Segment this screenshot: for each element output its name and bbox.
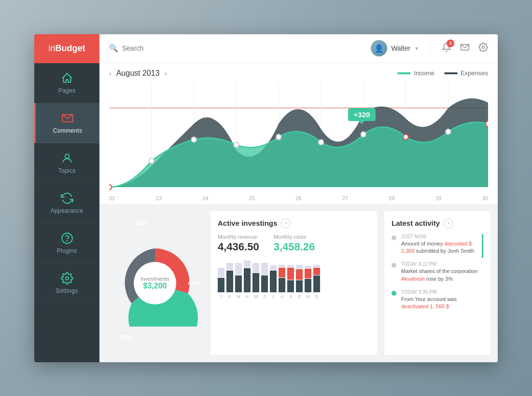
app-logo[interactable]: inBudget: [34, 34, 99, 63]
bar-J2: J: [261, 263, 268, 299]
app-container: inBudget Pages Comments: [34, 34, 498, 362]
bar-J: J: [218, 268, 224, 299]
xaxis-label: 27: [342, 195, 348, 201]
xaxis-label: 29: [435, 195, 441, 201]
activity-dot-2: [392, 263, 396, 268]
main-area: 🔍 👤 Walter ▼ 3: [99, 34, 498, 362]
pie-section: Investments $3,200 20% 46% 34%: [107, 211, 203, 355]
logo-in: in: [48, 43, 55, 54]
svg-point-17: [149, 158, 154, 163]
bar-M1: M: [235, 263, 242, 299]
bar-N: N: [305, 266, 311, 299]
sidebar: inBudget Pages Comments: [34, 34, 99, 362]
activity-highlight-1: deposited $ 2,300: [401, 241, 472, 254]
activity-content-1: JUST NOW Amount of money deposited $ 2,3…: [401, 234, 483, 255]
sidebar-item-comments[interactable]: Comments: [34, 103, 99, 143]
chevron-down-icon: ▼: [414, 46, 419, 51]
logo-budget: Budget: [56, 43, 85, 54]
svg-point-19: [234, 142, 238, 147]
bar-A1: A: [244, 260, 251, 299]
chart-next-button[interactable]: ›: [165, 69, 167, 77]
search-icon: 🔍: [109, 44, 118, 53]
chart-tooltip: +320: [348, 108, 376, 121]
user-name: Walter: [391, 44, 410, 52]
pie-center-label: Investments $3,200: [140, 276, 169, 290]
chart-legend: Income Expenses: [397, 69, 488, 77]
svg-point-4: [65, 276, 69, 280]
income-line: [397, 72, 411, 74]
monthly-costs-label: Monthly costs: [274, 234, 315, 240]
investments-label: Investments: [140, 276, 169, 282]
activity-list: JUST NOW Amount of money deposited $ 2,3…: [392, 234, 483, 311]
xaxis-label: 26: [295, 195, 301, 201]
notification-badge: 3: [447, 40, 454, 47]
sidebar-label-appearance: Appearance: [51, 207, 84, 214]
chart-nav: ‹ August 2013 ›: [109, 69, 167, 78]
settings-header-button[interactable]: [478, 42, 488, 55]
xaxis-label: 25: [249, 195, 255, 201]
mail-icon: [61, 112, 74, 124]
activity-highlight-3: deactivated 1, 560 $: [401, 303, 449, 309]
header-divider: [430, 39, 431, 58]
sidebar-label-topics: Topics: [58, 167, 76, 174]
activity-text-1: Amount of money deposited $ 2,300 submit…: [401, 240, 483, 255]
expenses-line: [444, 72, 458, 74]
sidebar-item-plugins[interactable]: Plugins: [34, 223, 99, 263]
sidebar-label-comments: Comments: [53, 127, 82, 134]
activity-content-2: TODAY 8:12 PM Market shares of the corpo…: [401, 261, 483, 283]
chart-prev-button[interactable]: ‹: [109, 69, 112, 77]
monthly-revenue-value: 4,436.50: [218, 241, 259, 253]
activity-item-2: TODAY 8:12 PM Market shares of the corpo…: [392, 261, 483, 283]
header: 🔍 👤 Walter ▼ 3: [99, 34, 498, 63]
search-area: 🔍: [109, 44, 371, 53]
area-chart-svg: [109, 82, 488, 192]
svg-point-25: [486, 121, 488, 126]
svg-point-21: [319, 139, 323, 145]
bottom-section: Investments $3,200 20% 46% 34% Active in…: [99, 204, 498, 362]
legend-expenses: Expenses: [444, 69, 488, 77]
income-label: Income: [414, 69, 434, 77]
refresh-icon: [61, 192, 73, 205]
chart-section: ‹ August 2013 › Income Expenses: [99, 63, 498, 204]
sidebar-item-appearance[interactable]: Appearance: [34, 183, 99, 223]
investments-amount: $3,200: [140, 282, 169, 290]
monthly-costs-value: 3,458.26: [274, 241, 315, 253]
investings-title-row: Active investings ›: [218, 218, 370, 228]
sidebar-item-pages[interactable]: Pages: [34, 63, 99, 103]
activity-text-2: Market shares of the corporation Akvafre…: [401, 268, 483, 283]
bar-J3: J: [270, 265, 277, 299]
sidebar-label-settings: Settings: [56, 287, 78, 294]
activity-text-3: From Your account was deactivated 1, 560…: [401, 296, 483, 311]
xaxis-label: 30: [482, 195, 488, 201]
xaxis-label: 23: [156, 195, 162, 201]
activity-highlight-2: Akvafresh: [401, 276, 425, 282]
user-icon: [61, 152, 73, 164]
content-area: ‹ August 2013 › Income Expenses: [99, 63, 498, 362]
notification-button[interactable]: 3: [442, 42, 451, 54]
monthly-revenue-stat: Monthly revenue 4,436.50: [218, 234, 259, 253]
monthly-costs-stat: Monthly costs 3,458.26: [274, 234, 315, 253]
sidebar-item-topics[interactable]: Topics: [34, 143, 99, 183]
activity-dot-1: [392, 235, 396, 240]
user-info[interactable]: 👤 Walter ▼: [371, 40, 419, 56]
svg-point-1: [65, 154, 69, 158]
avatar: 👤: [371, 40, 387, 56]
mail-header-button[interactable]: [460, 42, 470, 55]
activity-dot-3: [392, 291, 396, 296]
sidebar-item-settings[interactable]: Settings: [34, 263, 99, 303]
xaxis-label: 22: [109, 195, 115, 201]
monthly-revenue-label: Monthly revenue: [218, 234, 259, 240]
gear-icon: [61, 272, 73, 285]
bar-O: O: [296, 265, 303, 299]
bar-S: S: [287, 265, 294, 299]
bar-A2: A: [279, 265, 285, 299]
svg-point-16: [109, 184, 112, 190]
search-input[interactable]: [122, 44, 219, 52]
investings-title: Active investings: [218, 219, 277, 227]
svg-point-24: [446, 129, 450, 134]
bar-D: D: [313, 265, 320, 299]
investings-more-button[interactable]: ›: [281, 218, 291, 228]
activity-item-1: JUST NOW Amount of money deposited $ 2,3…: [392, 234, 483, 255]
activity-more-button[interactable]: ›: [444, 218, 453, 228]
svg-point-6: [482, 46, 485, 48]
